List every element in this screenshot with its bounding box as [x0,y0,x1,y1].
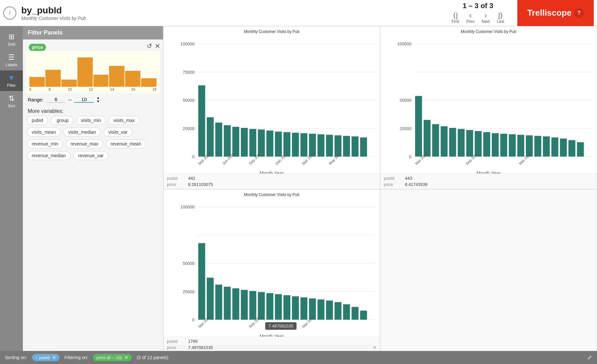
variable-chip[interactable]: visits_median [63,128,101,137]
svg-rect-90 [266,293,273,320]
last-button[interactable]: |⟩ Last [493,11,508,24]
filter-chip-close[interactable]: ✕ [124,355,128,360]
variable-chip[interactable]: revenue_max [66,139,103,148]
sort-icon: ⇅ [8,94,14,103]
prev-button[interactable]: ‹ Prev [463,11,478,24]
range-spinner[interactable]: ▲ ▼ [96,96,100,103]
sorting-label: Sorting on: [5,355,27,360]
panel-1-price-value: 8.281103075 [188,182,213,187]
panel-2-pubid-row: pubId 443 [384,175,593,181]
histogram-bar [125,71,140,87]
svg-rect-94 [300,297,307,319]
panel-1-pubid-label: pubId [167,176,183,181]
panel-3-pubid-label: pubId [167,339,183,344]
filter-close-button[interactable]: ✕ [155,42,160,50]
grid-icon: ⊞ [8,33,14,41]
sidebar-icons: ⊞ Grid ☰ Labels ▼ Filter ⇅ Sort [0,26,23,351]
variable-chip[interactable]: revenue_mean [106,139,146,148]
svg-text:0: 0 [409,154,411,159]
svg-rect-85 [224,287,231,320]
header: i by_pubId Monthly Customer Visits by Pu… [0,0,597,26]
sort-chip-close[interactable]: ✕ [52,355,56,360]
histogram-axis-label: 6 [29,87,31,91]
tooltip-bubble: 7.487081535 [265,322,297,330]
filter-panel: Filter Panels price ↺ ✕ 681012141618 Ran… [23,26,163,351]
filter-chip[interactable]: price (6 -- 10) ✕ [93,354,132,361]
filter-icon: ▼ [8,74,15,82]
svg-text:100000: 100000 [180,41,194,46]
svg-rect-96 [317,299,324,320]
variable-chip[interactable]: revenue_var [73,151,108,160]
variable-chip[interactable]: visits_max [108,116,139,125]
histogram-axis: 681012141618 [28,87,158,91]
histogram-bar [141,78,156,87]
next-button[interactable]: › Next [478,11,493,24]
variable-chip[interactable]: visits_var [104,128,132,137]
svg-rect-31 [352,136,359,157]
title-block: by_pubId Monthly Customer Visits by Pub [21,5,448,21]
panel-2-pubid-label: pubId [384,176,400,181]
page-subtitle: Monthly Customer Visits by Pub [21,16,448,21]
panel-1-meta: pubId 442 price 8.281103075 [164,174,380,189]
histogram-bar [29,77,45,87]
sort-chip-icon: ↕ [35,355,38,360]
histogram-axis-label: 18 [153,87,156,91]
variable-chip[interactable]: visits_mean [27,128,61,137]
histogram-bars [28,54,158,87]
bottom-bar: Sorting on: ↕ pubId ✕ Filtering on: pric… [0,351,597,364]
svg-rect-21 [266,130,273,157]
help-icon[interactable]: ? [574,8,584,18]
histogram-bar [61,80,77,87]
svg-rect-19 [250,129,256,157]
svg-text:100000: 100000 [180,205,194,209]
histogram-axis-label: 14 [110,87,114,91]
info-icon[interactable]: i [3,7,16,20]
svg-rect-84 [215,284,222,320]
svg-rect-32 [360,137,367,157]
variable-chip[interactable]: .group [51,116,73,125]
filter-reset-button[interactable]: ↺ [147,42,152,50]
panel-1: Monthly Customer Visits by Pub Number of… [163,26,380,189]
panel-1-pubid-row: pubId 442 [167,175,377,181]
histogram-bar [77,57,93,87]
variable-chip[interactable]: pubId [27,116,48,125]
filtering-label: Filtering on: [64,355,88,360]
grid-button[interactable]: ⊞ Grid [0,29,23,50]
labels-button[interactable]: ☰ Labels [0,50,23,70]
svg-rect-14 [207,117,214,157]
svg-rect-100 [352,307,359,320]
svg-rect-83 [207,278,214,320]
svg-rect-15 [215,123,222,157]
svg-rect-22 [275,132,282,157]
svg-rect-57 [483,132,490,157]
panel-1-price-row: price 8.281103075 [167,181,377,188]
active-filter-tag[interactable]: price [29,44,46,51]
variable-chip[interactable]: revenue_min [27,139,63,148]
panel-2-price-value: 6.41743539 [405,182,428,187]
svg-rect-52 [441,126,447,157]
sort-chip[interactable]: ↕ pubId ✕ [32,354,60,361]
svg-text:25000: 25000 [183,289,194,294]
first-button[interactable]: ⟨| First [448,11,462,24]
trelliscope-button[interactable]: Trelliscope ? [517,0,594,26]
svg-text:25000: 25000 [399,126,411,131]
svg-rect-91 [275,294,282,320]
panel-3-svg: 100000 50000 25000 0 [165,197,378,342]
svg-rect-68 [577,142,584,157]
panel-3-price-label: price [167,345,183,350]
histogram-axis-label: 8 [49,87,51,91]
main-layout: ⊞ Grid ☰ Labels ▼ Filter ⇅ Sort Filter P… [0,26,597,351]
range-max-input[interactable] [74,97,94,103]
panel-3-price-row: price 7.487081535 ✕ [167,344,377,351]
variable-chip[interactable]: revenue_median [27,151,71,160]
range-min-input[interactable] [46,97,66,103]
content-area: Monthly Customer Visits by Pub Number of… [163,26,597,351]
panel-3-close-icon[interactable]: ✕ [373,345,377,350]
filter-button[interactable]: ▼ Filter [0,70,23,91]
sort-chip-label: pubId [39,355,50,360]
histogram-axis-label: 16 [131,87,135,91]
resize-icon[interactable]: ⤢ [587,354,592,361]
panel-2-chart: Monthly Customer Visits by Pub 100000 50… [380,26,597,174]
variable-chip[interactable]: visits_min [76,116,106,125]
sort-button[interactable]: ⇅ Sort [0,91,23,112]
